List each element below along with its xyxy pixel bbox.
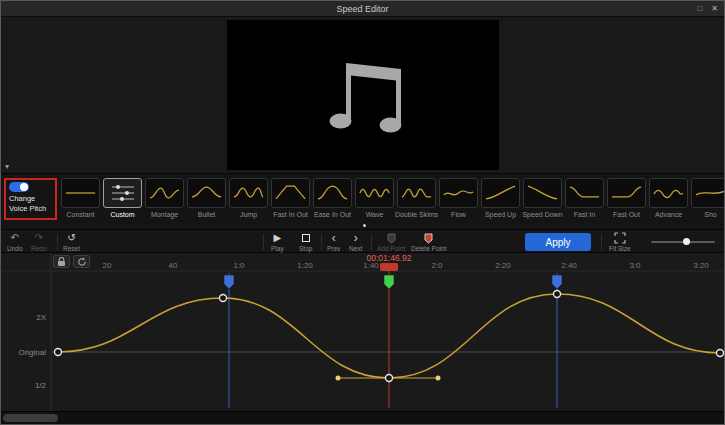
preset-label: Flow <box>451 211 466 218</box>
keyframe-point[interactable] <box>386 375 393 382</box>
add-point-label: Add Point <box>377 245 405 252</box>
preset-thumb <box>565 178 604 208</box>
preset-fast-in[interactable]: Fast In <box>565 178 604 228</box>
keyframe-point[interactable] <box>717 350 724 357</box>
preset-label: Bullet <box>198 211 216 218</box>
speed-axis-label: 2X <box>36 313 46 322</box>
blue-marker[interactable] <box>224 275 234 289</box>
zoom-slider[interactable] <box>651 230 715 254</box>
undo-button[interactable]: ↶ Undo <box>7 232 23 252</box>
preset-bullet[interactable]: Bullet <box>187 178 226 228</box>
preset-thumb <box>439 178 478 208</box>
window-title: Speed Editor <box>336 4 388 14</box>
preset-label: Advance <box>655 211 682 218</box>
prev-label: Prev <box>327 245 340 252</box>
preset-thumb <box>397 178 436 208</box>
lock-icon <box>57 257 66 267</box>
apply-button[interactable]: Apply <box>525 233 591 251</box>
voice-pitch-toggle[interactable] <box>9 182 29 192</box>
circular-arrow-icon <box>77 257 87 267</box>
preset-constant[interactable]: Constant <box>61 178 100 228</box>
bezier-handle-point[interactable] <box>436 376 441 381</box>
voice-pitch-box: Change Voice Pitch <box>4 178 57 220</box>
toolbar-separator <box>57 234 58 250</box>
stop-button[interactable]: Stop <box>299 232 312 252</box>
preset-fast-in-out[interactable]: Fast In Out <box>271 178 310 228</box>
titlebar: Speed Editor □ ✕ <box>1 1 724 17</box>
reset-icon: ↺ <box>67 232 75 244</box>
music-note-icon <box>315 55 411 135</box>
undo-icon: ↶ <box>11 232 19 244</box>
preset-custom[interactable]: Custom <box>103 178 142 228</box>
preset-thumb <box>355 178 394 208</box>
add-point-icon <box>387 232 396 244</box>
voice-pitch-label-line2: Voice Pitch <box>9 204 52 214</box>
delete-point-icon <box>424 232 433 244</box>
add-point-button[interactable]: Add Point <box>377 232 405 252</box>
stop-icon <box>302 232 310 244</box>
blue-marker[interactable] <box>552 275 562 289</box>
preset-label: Custom <box>110 211 134 218</box>
preset-fast-out[interactable]: Fast Out <box>607 178 646 228</box>
preset-thumb <box>145 178 184 208</box>
fit-size-button[interactable]: Fit Size <box>609 232 631 252</box>
preset-label: Wave <box>366 211 384 218</box>
preset-thumb <box>313 178 352 208</box>
keyframe-point[interactable] <box>554 291 561 298</box>
preset-thumb <box>481 178 520 208</box>
preset-wave[interactable]: Wave <box>355 178 394 228</box>
preset-label: Montage <box>151 211 178 218</box>
preset-ease-in-out[interactable]: Ease In Out <box>313 178 352 228</box>
preset-thumb <box>103 178 142 208</box>
delete-point-label: Delete Point <box>411 245 446 252</box>
preset-speed-up[interactable]: Speed Up <box>481 178 520 228</box>
preset-montage[interactable]: Montage <box>145 178 184 228</box>
voice-pitch-label-line1: Change <box>9 194 52 204</box>
speed-axis-label: 1/2 <box>35 381 47 390</box>
redo-label: Redo <box>31 245 47 252</box>
preset-thumb <box>607 178 646 208</box>
play-icon: ▶ <box>273 232 281 244</box>
ruler-label: 40 <box>169 261 178 270</box>
lock-button[interactable] <box>53 255 70 268</box>
fit-size-label: Fit Size <box>609 245 631 252</box>
preset-list: ConstantCustomMontageBulletJumpFast In O… <box>61 178 724 228</box>
zoom-slider-knob[interactable] <box>683 238 690 245</box>
preset-flow[interactable]: Flow <box>439 178 478 228</box>
preset-label: Ease In Out <box>314 211 351 218</box>
ruler-label: 1:0 <box>233 261 245 270</box>
delete-point-button[interactable]: Delete Point <box>411 232 446 252</box>
ruler-label: 2:40 <box>561 261 577 270</box>
preset-advance[interactable]: Advance <box>649 178 688 228</box>
preset-thumb <box>271 178 310 208</box>
timeline-scrollbar[interactable] <box>1 411 724 424</box>
preset-speed-down[interactable]: Speed Down <box>523 178 562 228</box>
next-button[interactable]: › Next <box>349 232 362 252</box>
reset-button[interactable]: ↺ Reset <box>63 232 80 252</box>
preview-area <box>1 17 724 173</box>
prev-icon: ‹ <box>332 232 336 244</box>
keyframe-point[interactable] <box>220 295 227 302</box>
prev-button[interactable]: ‹ Prev <box>327 232 340 252</box>
bezier-handle-point[interactable] <box>336 376 341 381</box>
collapse-caret-icon[interactable]: ▾ <box>5 162 9 171</box>
preset-thumb <box>61 178 100 208</box>
preset-thumb <box>229 178 268 208</box>
timecode: 00:01:46.92 <box>367 253 412 263</box>
curve-svg[interactable]: 20401:01:201:402:02:202:403:03:202XOrigi… <box>1 253 724 411</box>
speed-axis-label: Original <box>18 348 46 357</box>
preset-jump[interactable]: Jump <box>229 178 268 228</box>
green-marker[interactable] <box>384 275 394 289</box>
close-icon[interactable]: ✕ <box>711 5 718 13</box>
preset-shot[interactable]: Sho <box>691 178 724 228</box>
scrollbar-thumb[interactable] <box>3 414 58 422</box>
preset-double-skims[interactable]: Double Skims <box>397 178 436 228</box>
preset-thumb <box>523 178 562 208</box>
playhead-grip[interactable] <box>380 263 398 271</box>
maximize-icon[interactable]: □ <box>697 5 702 13</box>
keyframe-point[interactable] <box>55 349 62 356</box>
play-button[interactable]: ▶ Play <box>271 232 284 252</box>
redo-button[interactable]: ↷ Redo <box>31 232 47 252</box>
snap-button[interactable] <box>73 255 90 268</box>
ruler-label: 2:20 <box>495 261 511 270</box>
